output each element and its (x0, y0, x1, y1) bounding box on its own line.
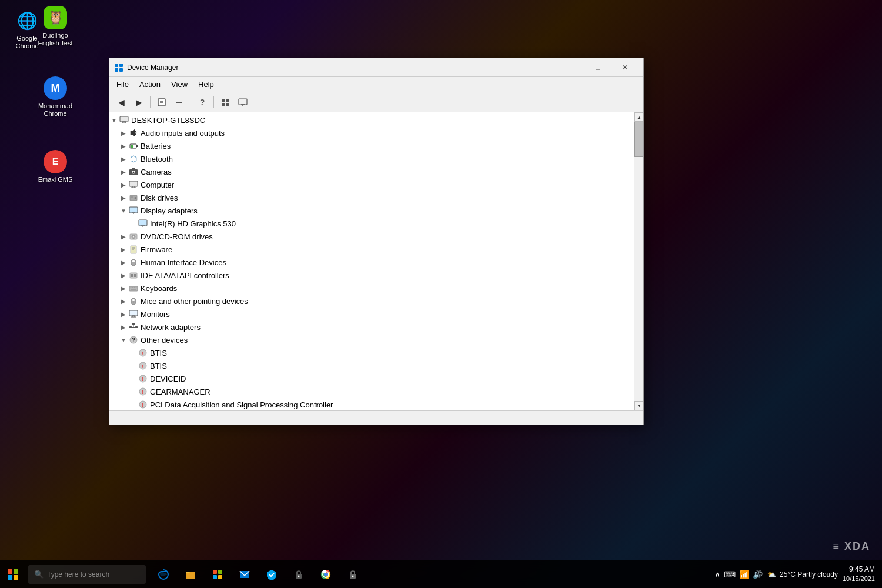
view-button[interactable] (217, 95, 233, 110)
cameras-expand-icon: ▶ (119, 165, 128, 178)
taskbar-explorer[interactable] (178, 562, 203, 587)
taskbar-vpn[interactable] (340, 562, 366, 587)
svg-rect-90 (8, 569, 12, 574)
keyboards-label: Keyboards (141, 284, 177, 293)
close-button[interactable]: ✕ (612, 58, 639, 77)
taskbar-store[interactable] (205, 562, 230, 587)
tree-item-ide[interactable]: ▶ IDE ATA/ATAPI controllers (109, 269, 634, 282)
back-button[interactable]: ◀ (113, 95, 129, 110)
tree-root[interactable]: ▼ DESKTOP-GTL8SDC (109, 113, 634, 126)
computer-expand-icon: ▶ (119, 178, 128, 191)
network-expand-icon: ▶ (119, 320, 128, 333)
desktop-icon-duolingo[interactable]: 🦉 DuolingoEnglish Test (34, 6, 76, 47)
tree-item-deviceid[interactable]: ! DEVICEID (109, 372, 634, 385)
tree-pane[interactable]: ▼ DESKTOP-GTL8SDC ▶ (109, 112, 634, 410)
tree-item-bluetooth[interactable]: ▶ ⬡ Bluetooth (109, 152, 634, 165)
mice-expand-icon: ▶ (119, 295, 128, 308)
svg-text:!: ! (142, 402, 143, 408)
forward-button[interactable]: ▶ (131, 95, 147, 110)
system-clock[interactable]: 9:45 AM 10/15/2021 (843, 564, 875, 583)
menu-action[interactable]: Action (135, 79, 165, 90)
svg-rect-62 (132, 299, 135, 301)
desktop-icon-mohammad[interactable]: M MohammadChrome (34, 76, 76, 118)
svg-rect-50 (132, 260, 135, 262)
weather-text: 25°C Partly cloudy (780, 570, 838, 579)
audio-icon (128, 128, 139, 138)
tree-item-display[interactable]: ▼ Display adapters (109, 204, 634, 217)
taskbar-tray: ∧ ⌨ 📶 🔊 ⛅ 25°C Partly cloudy 9:45 AM 10/… (714, 564, 882, 583)
svg-rect-98 (218, 575, 222, 579)
tree-item-intel-graphics[interactable]: Intel(R) HD Graphics 530 (109, 217, 634, 230)
titlebar: Device Manager ─ □ ✕ (109, 58, 643, 77)
intel-expand-icon (128, 217, 138, 230)
tree-item-gearmanager[interactable]: ! GEARMANAGER (109, 385, 634, 398)
tree-item-audio[interactable]: ▶ Audio inputs and outputs (109, 126, 634, 139)
taskbar-security[interactable] (259, 562, 285, 587)
tree-item-btis2[interactable]: ! BTIS (109, 359, 634, 372)
tree-item-keyboards[interactable]: ▶ Keyboards (109, 282, 634, 295)
tree-item-mice[interactable]: ▶ Mice and other pointing devices (109, 295, 634, 308)
tree-item-monitors[interactable]: ▶ Monitors (109, 308, 634, 320)
taskbar-chrome[interactable] (313, 562, 339, 587)
tree-item-pci1[interactable]: ! PCI Data Acquisition and Signal Proces… (109, 398, 634, 410)
root-label: DESKTOP-GTL8SDC (131, 116, 205, 125)
duolingo-icon: 🦉 (44, 6, 67, 29)
dvd-icon (128, 231, 139, 242)
taskbar-edge[interactable] (151, 562, 176, 587)
tray-network-icon: 📶 (739, 570, 749, 579)
svg-rect-51 (130, 273, 137, 278)
uninstall-button[interactable] (171, 95, 188, 110)
start-button[interactable] (0, 562, 26, 587)
tree-item-batteries[interactable]: ▶ Batteries (109, 139, 634, 152)
menubar: File Action View Help (109, 77, 643, 92)
menu-view[interactable]: View (166, 79, 192, 90)
device-view-button[interactable] (235, 95, 251, 110)
scroll-down-button[interactable]: ▼ (634, 401, 643, 410)
tree-item-other[interactable]: ▼ ? Other devices (109, 333, 634, 346)
scroll-up-button[interactable]: ▲ (634, 112, 643, 122)
desktop-icon-emaki[interactable]: E Emaki GMS (34, 150, 76, 183)
batteries-icon (128, 141, 139, 151)
help-button[interactable]: ? (194, 95, 211, 110)
deviceid-label: DEVICEID (150, 375, 186, 383)
svg-rect-93 (14, 575, 18, 580)
firmware-icon (128, 244, 139, 255)
maximize-button[interactable]: □ (584, 58, 612, 77)
scroll-thumb[interactable] (634, 122, 643, 157)
svg-text:!: ! (142, 389, 143, 395)
svg-rect-7 (176, 102, 182, 103)
tree-item-dvd[interactable]: ▶ DVD/CD-ROM drives (109, 230, 634, 243)
tray-volume-icon: 🔊 (753, 570, 763, 579)
taskbar-mail[interactable] (232, 562, 258, 587)
cameras-icon (128, 166, 139, 177)
tree-item-cameras[interactable]: ▶ Cameras (109, 165, 634, 178)
emaki-icon: E (44, 150, 67, 173)
svg-rect-53 (134, 274, 136, 277)
vertical-scrollbar[interactable]: ▲ ▼ (634, 112, 643, 410)
minimize-button[interactable]: ─ (557, 58, 584, 77)
weather-widget[interactable]: ⛅ 25°C Partly cloudy (767, 570, 838, 579)
taskbar-search-icon: 🔍 (34, 570, 44, 579)
mice-icon (128, 296, 139, 306)
tree-item-hid[interactable]: ▶ Human Interface Devices (109, 256, 634, 269)
menu-help[interactable]: Help (193, 79, 219, 90)
scroll-track[interactable] (634, 122, 643, 401)
other-icon: ? (128, 335, 139, 345)
pci1-label: PCI Data Acquisition and Signal Processi… (150, 400, 333, 409)
svg-text:!: ! (142, 363, 143, 369)
taskbar-lock[interactable] (286, 562, 312, 587)
properties-button[interactable] (153, 95, 170, 110)
tree-item-computer[interactable]: ▶ Computer (109, 178, 634, 191)
tray-expand-icon[interactable]: ∧ (714, 570, 720, 579)
mohammad-icon: M (44, 76, 67, 100)
taskbar-search-box[interactable]: 🔍 Type here to search (28, 565, 146, 584)
btis1-icon: ! (138, 348, 148, 358)
intel-icon (138, 218, 148, 229)
tree-item-btis1[interactable]: ! BTIS (109, 346, 634, 359)
tree-item-diskdrives[interactable]: ▶ Disk drives (109, 191, 634, 204)
tree-item-network[interactable]: ▶ Network adapters (109, 320, 634, 333)
diskdrives-icon (128, 192, 139, 203)
menu-file[interactable]: File (112, 79, 133, 90)
cameras-label: Cameras (141, 168, 172, 176)
tree-item-firmware[interactable]: ▶ Firmware (109, 243, 634, 256)
